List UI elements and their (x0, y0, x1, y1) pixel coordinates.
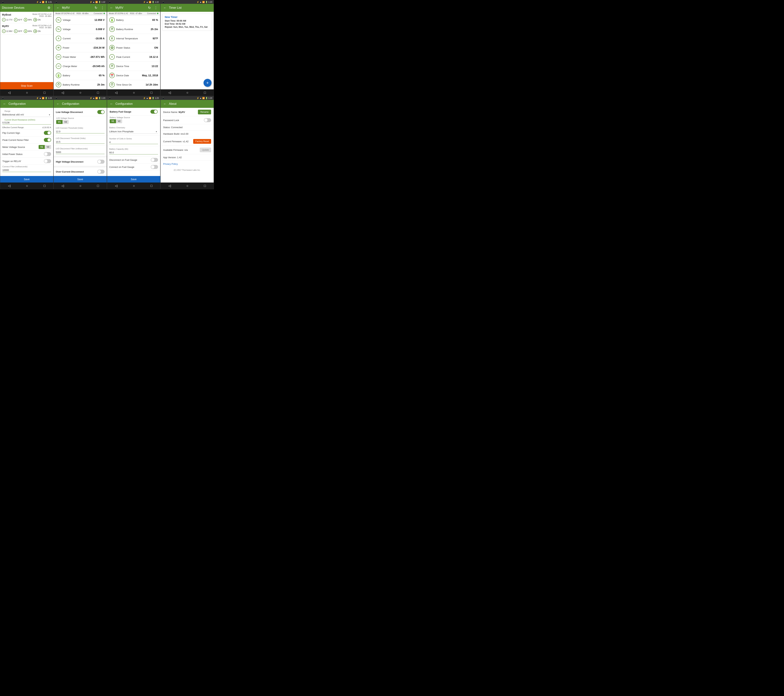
save-button-7[interactable]: Save (107, 176, 160, 183)
chemistry-select-wrapper: Lithium Iron Phosphate (109, 129, 158, 134)
rename-button[interactable]: Rename (198, 110, 211, 114)
back-nav-1[interactable]: ◁ (8, 91, 10, 95)
chemistry-select[interactable]: Lithium Iron Phosphate (109, 129, 158, 134)
save-button-5[interactable]: Save (0, 176, 53, 183)
chemistry-section: Battery Chemistry Lithium Iron Phosphate (107, 125, 160, 136)
lvd-disconnect-input[interactable] (56, 140, 105, 144)
status-row: Status: Connected (161, 124, 214, 131)
initial-power-toggle[interactable] (44, 152, 51, 156)
recent-nav-1[interactable]: □ (43, 91, 46, 95)
home-nav-3[interactable]: ○ (133, 91, 135, 95)
connect-fuel-label: Connect on Fuel Gauge (109, 166, 134, 168)
update-button[interactable]: Update (200, 148, 211, 152)
home-nav-7[interactable]: ○ (133, 184, 135, 188)
reading-runtime2: ⏱ Battery Runtime 2h 3m (54, 80, 107, 89)
back-nav-5[interactable]: ◁ (8, 184, 10, 188)
reading-label-internaltemp: Internal Temperature (116, 37, 138, 40)
password-lock-toggle[interactable] (204, 118, 211, 122)
back-button-8[interactable]: ← (162, 101, 168, 106)
reading-timesinceon: ⏱ Time Since On 1d 2h 16m (107, 80, 160, 89)
lvd-toggle[interactable] (97, 110, 105, 114)
home-nav-8[interactable]: ○ (186, 184, 188, 188)
home-nav-4[interactable]: ○ (186, 91, 188, 95)
back-button-6[interactable]: ← (56, 101, 61, 106)
stop-scan-button[interactable]: Stop Scan (0, 82, 53, 89)
lvd-connect-input[interactable] (56, 130, 105, 134)
config-content-6: Low Voltage Disconnect LVD Voltage Sourc… (54, 108, 107, 176)
config-content-7: Battery Fuel Gauge Battery Voltage Sourc… (107, 108, 160, 176)
back-button-3[interactable]: ← (109, 5, 114, 10)
wifi-icon-2: ▲ (93, 1, 95, 3)
connect-fuel-toggle[interactable] (151, 165, 158, 169)
hvd-toggle[interactable] (97, 160, 105, 164)
recent-nav-5[interactable]: □ (43, 184, 46, 188)
more-icon-2[interactable]: ⋮ (100, 5, 105, 10)
lvd-filter-label: LVD Disconnect Filter (milliseconds) (56, 148, 105, 150)
reading-label-runtime2: Battery Runtime (63, 83, 79, 86)
capacity-input[interactable] (109, 151, 158, 154)
reading-icon-current: A (56, 36, 61, 41)
home-nav-6[interactable]: ○ (79, 184, 82, 188)
fuel-gauge-toggle[interactable] (150, 110, 158, 114)
back-nav-8[interactable]: ◁ (168, 184, 171, 188)
recent-nav-6[interactable]: □ (97, 184, 99, 188)
back-nav-4[interactable]: ◁ (168, 91, 171, 95)
vs-v2-btn[interactable]: V2 (116, 119, 122, 123)
reading-label-devicetime: Device Time (116, 65, 129, 68)
home-nav-2[interactable]: ○ (79, 91, 82, 95)
back-nav-3[interactable]: ◁ (115, 91, 117, 95)
lvd-filter-input[interactable] (56, 150, 105, 154)
power-stat-myboat: ⏻ ON (33, 18, 41, 21)
back-button-5[interactable]: ← (2, 101, 7, 106)
v2-btn-5[interactable]: V2 (45, 145, 51, 149)
notification-icon-2: 📱 (55, 1, 58, 3)
recent-nav-4[interactable]: □ (204, 91, 206, 95)
status-bar-4: 📱 ⚡ ▲ 📶 🔋 1:23 (161, 0, 214, 4)
notification-icon: 📱 (2, 1, 4, 3)
hardware-row: Hardware Build: rev2.00 (161, 131, 214, 137)
add-timer-button[interactable]: + (204, 79, 211, 87)
refresh-icon-3[interactable]: ↻ (147, 5, 152, 10)
back-nav-2[interactable]: ◁ (61, 91, 64, 95)
timer-card[interactable]: New Timer Start Time: 00:00 AM End Time:… (162, 13, 212, 31)
lvd-v2-btn[interactable]: V2 (63, 120, 69, 124)
flip-current-row: Flip Current Sign (0, 129, 53, 137)
wifi-icon-5: ▲ (40, 97, 41, 99)
home-nav-1[interactable]: ○ (26, 91, 28, 95)
device-card-myboat[interactable]: MyBoat Model: BT-DCPM v1.42 RSSI: -68 dB… (0, 12, 53, 23)
back-nav-7[interactable]: ◁ (115, 184, 117, 188)
privacy-link[interactable]: Privacy Policy (161, 161, 214, 167)
lvd-v1-btn[interactable]: V1 (56, 120, 63, 124)
range-select[interactable]: Bidirectional ±60 mV (2, 112, 51, 117)
settings-icon[interactable]: ⚙ (46, 5, 51, 10)
v1-btn-5[interactable]: V1 (39, 145, 45, 149)
back-button-2[interactable]: ← (56, 5, 61, 10)
shunt-input[interactable] (2, 121, 51, 125)
device-card-myrv[interactable]: MyRV Model: BT-DCPM v1.42 RSSI: -64 dBm … (0, 23, 53, 35)
back-button-4[interactable]: ← (162, 5, 168, 10)
back-button-7[interactable]: ← (109, 101, 114, 106)
reading-icon-powerstatus: ⏻ (109, 45, 115, 50)
disconnect-fuel-toggle[interactable] (151, 158, 158, 162)
recent-nav-7[interactable]: □ (150, 184, 152, 188)
recent-nav-3[interactable]: □ (150, 91, 152, 95)
recent-nav-8[interactable]: □ (204, 184, 206, 188)
vs-v1-btn[interactable]: V1 (110, 119, 116, 123)
home-nav-5[interactable]: ○ (26, 184, 28, 188)
reading-powerstatus: ⏻ Power Status ON (107, 43, 160, 53)
time-7: 1:23 (155, 97, 159, 99)
trigger-relay-toggle[interactable] (44, 159, 51, 163)
cells-input[interactable] (109, 140, 158, 144)
more-icon-3[interactable]: ⋮ (153, 5, 158, 10)
connect-filter-input[interactable] (2, 168, 51, 172)
back-nav-6[interactable]: ◁ (61, 184, 64, 188)
factory-reset-button[interactable]: Factory Reset (193, 139, 211, 144)
save-button-6[interactable]: Save (54, 176, 107, 183)
ocd-toggle[interactable] (97, 170, 105, 174)
flip-current-toggle[interactable] (44, 131, 51, 135)
battery-icon-7: 🔋 (152, 97, 155, 99)
peak-filter-toggle[interactable] (44, 138, 51, 142)
recent-nav-2[interactable]: □ (97, 91, 99, 95)
refresh-icon-2[interactable]: ↻ (93, 5, 99, 10)
status-icons-6: ⚡ ▲ 📶 🔋 1:23 (90, 97, 105, 99)
